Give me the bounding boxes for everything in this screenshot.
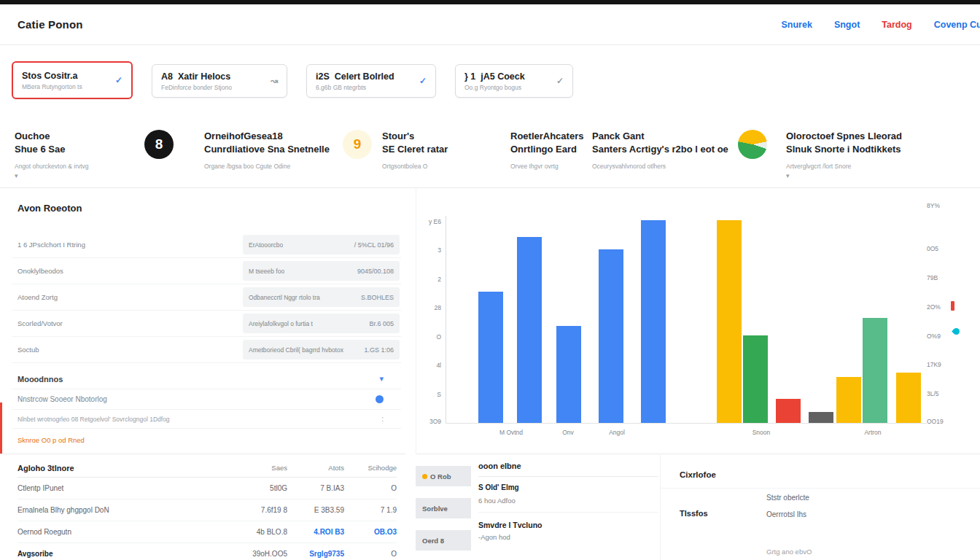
activity-row[interactable]: ooon elbne	[478, 457, 658, 477]
y-axis-tick-right: 17K9	[927, 361, 941, 368]
feature-item[interactable]: OrneihofGesea18 Cunrdliatiove Sna Snetne…	[204, 130, 330, 170]
chart-bar[interactable]	[776, 399, 801, 423]
table-header-row: Agloho 3tlnore Saes Atots Scihodge	[18, 459, 397, 478]
table-cell[interactable]: OB.O3	[344, 528, 397, 536]
y-axis-tick-left: 3	[416, 246, 441, 254]
stat-card-title: } 1 jA5 Coeck	[464, 71, 551, 82]
nav-link[interactable]: Sngot	[834, 20, 860, 30]
report-row: Scorled/VotvorAreiylafolkvgol o furtia t…	[12, 311, 401, 337]
report-link-label: Nnstrcow Sooeor Nbotorlog	[18, 395, 107, 403]
activity-panel: O RobSorblveOerd 8 ooon elbneS Old' Elmg…	[416, 454, 660, 560]
features-row: Ouchoe Shue 6 SaeAngot ohurckevton & irv…	[0, 111, 980, 188]
chart-bar[interactable]	[599, 249, 623, 423]
chart-bar[interactable]	[478, 292, 503, 423]
activity-row[interactable]: -Agon hod	[478, 533, 658, 541]
feature-title: Ouchoe Shue 6 Sae	[15, 130, 89, 155]
field-name: ErAtooorcbo	[249, 241, 283, 249]
y-axis-tick-right: 79B	[927, 274, 938, 281]
check-icon: ✓	[419, 76, 427, 86]
feature-item[interactable]: Panck Gant Santers Acrtigy's r2bo l eot …	[592, 130, 728, 170]
y-axis-tick-left: S	[416, 391, 441, 398]
red-bar-marker	[951, 301, 954, 311]
nav-link[interactable]: Tardog	[882, 20, 911, 30]
chart-bar[interactable]	[809, 412, 833, 423]
info-dot-icon	[376, 395, 384, 403]
stat-card-title: A8 Xatir Helocs	[161, 71, 265, 82]
table-cell[interactable]: Srglg9735	[287, 550, 344, 558]
activity-content: ooon elbneS Old' Elmg6 hou AdfooSmvdre I…	[478, 457, 658, 541]
chevron-down-icon[interactable]: ▾	[786, 172, 902, 179]
feature-item[interactable]: RoetlerAhcaters Onrtlingo EardOrvee Ihgv…	[510, 130, 583, 170]
activity-row[interactable]: 6 hou Adfoo	[478, 497, 658, 513]
badge-9-icon[interactable]: 9	[343, 130, 372, 159]
activity-tab[interactable]: O Rob	[416, 466, 471, 486]
report-row-field[interactable]: Ametborieod Cbril( bagrrd hvbotoxy1.GS 1…	[243, 340, 400, 359]
report-row-label: Onoklylbeodos	[12, 267, 243, 275]
stat-card[interactable]: } 1 jA5 CoeckOo.g Ryontgo bogus✓	[455, 64, 573, 98]
feature-item[interactable]: Oloroctoef Spnes Lleorad Slnuk Snorte i …	[786, 130, 902, 179]
chart-bar[interactable]	[863, 318, 887, 423]
chart-bar[interactable]	[896, 373, 921, 423]
feature-item[interactable]: Ouchoe Shue 6 SaeAngot ohurckevton & irv…	[15, 130, 89, 179]
stat-card[interactable]: A8 Xatir HelocsFeDinforce bonder Stjono↝	[152, 64, 287, 98]
summary-table: Agloho 3tlnore Saes Atots Scihodge Ctlen…	[0, 454, 405, 560]
table-cell: 5tl0G	[236, 484, 287, 492]
chart-bar[interactable]	[517, 237, 542, 423]
report-row-field[interactable]: M tseeeb foo9045/00.108	[243, 261, 400, 281]
stat-card-text: A8 Xatir HelocsFeDinforce bonder Stjono	[161, 71, 265, 91]
report-row-field[interactable]: Areiylafolkvgol o furtia tBr.6 005	[243, 314, 400, 333]
chart-bar[interactable]	[836, 377, 861, 423]
activity-tab-label: O Rob	[430, 472, 451, 481]
report-link-row[interactable]: Nnstrcow Sooeor Nbotorlog	[12, 389, 401, 410]
more-indicator: :	[381, 415, 384, 423]
x-axis-line	[446, 423, 927, 424]
activity-row[interactable]: S Old' Elmg	[478, 483, 658, 491]
table-cell: 7.6f19 8	[236, 506, 287, 514]
side-panel-row2-value: Oerrrotsl Ihs	[766, 510, 806, 518]
report-sub-row[interactable]: Nlnbet wrotnogrleo 08 Retgoelvol' Sovrcl…	[12, 410, 401, 429]
y-axis-tick-left: 4l	[416, 362, 441, 369]
nav-link[interactable]: Snurek	[782, 20, 812, 30]
table-cell[interactable]: 4.ROI B3	[287, 528, 344, 536]
y-axis-tick-left: 2	[416, 276, 441, 283]
chart-bar[interactable]	[717, 220, 742, 423]
feature-title: OrneihofGesea18 Cunrdliatiove Sna Snetne…	[204, 130, 330, 155]
x-axis-label: Artron	[864, 429, 881, 436]
field-name: Areiylafolkvgol o furtia t	[249, 320, 313, 327]
pie-chart-icon[interactable]	[738, 130, 767, 159]
table-row[interactable]: Ctlentp IPunet5tl0G7 B.IA3O	[18, 478, 397, 499]
app-title: Catie Ponon	[18, 18, 83, 31]
chart-bar[interactable]	[556, 326, 581, 423]
table-row[interactable]: Ernalnela Blhy ghgpgol DoN7.6f19 8E 3B3.…	[18, 499, 397, 521]
report-sub-label: Nlnbet wrotnogrleo 08 Retgoelvol' Sovrcl…	[18, 416, 170, 423]
side-panel-divider	[661, 488, 980, 489]
field-value: 1.GS 1:06	[364, 346, 394, 354]
table-row[interactable]: Avgsoribe39oH.OO5Srglg9735O	[18, 543, 397, 560]
report-alert-row[interactable]: Sknroe O0 p od Rned	[12, 429, 401, 451]
table-column-header: Atots	[287, 464, 344, 472]
field-value: / 5%CL 01/96	[354, 241, 394, 249]
field-name: M tseeeb foo	[249, 268, 284, 275]
feature-caption: Angot ohurckevton & irvtvg	[15, 163, 89, 170]
side-panel-footer: Grtg ano ebvO	[766, 548, 812, 556]
report-row-field[interactable]: ErAtooorcbo/ 5%CL 01/96	[243, 235, 400, 254]
teal-dot-marker	[952, 327, 961, 336]
chart-bar[interactable]	[743, 335, 768, 423]
feature-title: RoetlerAhcaters Onrtlingo Eard	[510, 130, 583, 155]
activity-tab[interactable]: Sorblve	[416, 498, 471, 518]
chevron-down-icon[interactable]: ▾	[15, 172, 89, 179]
table-row[interactable]: Oernod Roegutn4b BLO.84.ROI B3OB.O3	[18, 521, 397, 543]
activity-row[interactable]: Smvdre I Tvcluno	[478, 521, 658, 529]
circle-8-badge-icon[interactable]: 8	[144, 130, 174, 159]
table-title: Agloho 3tlnore	[18, 464, 236, 472]
nav-link[interactable]: Covenp Cuon	[934, 20, 980, 30]
report-expand-row[interactable]: Mooodnnos ▾	[12, 369, 401, 389]
activity-tab[interactable]: Oerd 8	[416, 530, 471, 551]
stat-card[interactable]: Stos Cositr.aMBera Rutyngorton ts✓	[12, 61, 133, 99]
report-row-field[interactable]: Odbaneccrtl Nggr rtolo traS.BOHLES	[243, 287, 400, 307]
feature-item[interactable]: Stour's SE Cleret ratarOrtgsontbolea O	[382, 130, 448, 170]
stat-card[interactable]: i2S Celert Bolrled6.g6b GB ntegrbts✓	[306, 64, 436, 98]
report-panel: Avon Roeoton 1 6 JPsclchort I RtringErAt…	[0, 188, 416, 454]
x-axis-label: Snoon	[752, 429, 771, 436]
chart-bar[interactable]	[641, 220, 666, 423]
